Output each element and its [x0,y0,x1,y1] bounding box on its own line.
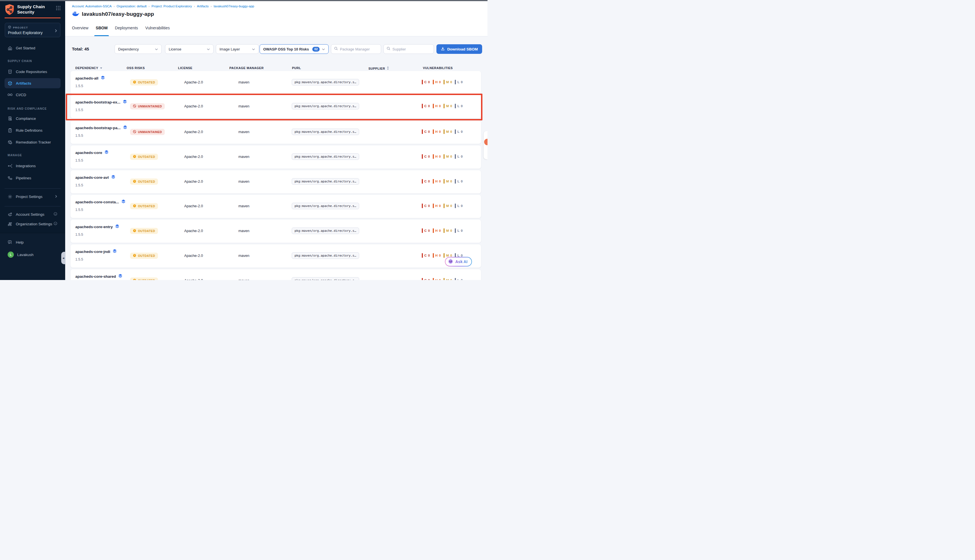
sidebar-item-label: Rule Definitions [16,128,43,133]
dependency-name: apacheds-all [75,76,99,80]
home-icon [8,46,12,50]
sidebar-item-compliance[interactable]: Compliance [5,113,61,123]
project-selector[interactable]: PROJECT Product Exploratory [5,23,60,37]
layers-icon[interactable] [123,100,127,105]
sidebar-item-account-settings[interactable]: Account Settings [5,209,61,219]
app-logo-row: Supply Chain Security [5,4,61,17]
vulnerability-counts: C0 H0 M0 L0 [422,80,462,84]
shield-logo-icon [5,4,15,17]
license-filter-dropdown[interactable]: License [165,44,214,54]
sidebar-item-label: Code Repositories [16,70,47,74]
layers-icon[interactable] [118,274,122,279]
dependency-name: apacheds-core-avl [75,175,109,180]
table-row[interactable]: apacheds-core-entry 1.5.5 OUTDATED Apach… [70,220,481,243]
right-edge-panel-tab[interactable] [484,131,488,159]
dependency-version: 1.5.5 [75,108,83,112]
table-row[interactable]: apacheds-core-jndi 1.5.5 OUTDATED Apache… [70,245,481,268]
sidebar-item-label: Project Settings [16,195,43,199]
download-sbom-button[interactable]: Download SBOM [436,44,482,54]
table-row[interactable]: apacheds-core-shared 1.5.5 OUTDATED Apac… [70,269,481,280]
dependency-name: apacheds-core-jndi [75,250,110,254]
purl-chip: pkg:maven/org.apache.directory.s… [292,252,359,259]
tab-vulnerabilities[interactable]: Vulnerabilities [145,20,170,36]
license-cell: Apache-2.0 [184,229,203,233]
supplier-search [383,44,434,54]
document-search-icon [8,116,12,121]
table-row[interactable]: apacheds-all 1.5.5 OUTDATED Apache-2.0 m… [70,71,481,94]
sidebar-item-project-settings[interactable]: Project Settings [5,192,61,202]
dependency-version: 1.5.5 [75,158,83,162]
table-row-highlighted[interactable]: apacheds-bootstrap-ex... 1.5.5 UNMAINTAI… [70,95,481,118]
purl-chip: pkg:maven/org.apache.directory.s… [292,103,359,109]
layers-icon[interactable] [111,175,115,180]
clock-icon [133,155,136,159]
column-header-dependency[interactable]: DEPENDENCY [75,66,102,70]
sidebar-item-integrations[interactable]: Integrations [5,161,61,171]
sidebar-user[interactable]: L Lavakush [5,250,61,260]
layers-icon[interactable] [123,125,127,130]
vulnerability-counts: C0 H0 M0 L0 [422,228,462,233]
ask-ai-button[interactable]: Ask AI [445,257,472,267]
table-row[interactable]: apacheds-core-consta... 1.5.5 OUTDATED A… [70,195,481,218]
breadcrumb: Account: Automation-SSCA › Organization:… [72,5,254,8]
total-value: 45 [84,47,89,51]
table-row[interactable]: apacheds-bootstrap-pa... 1.5.5 UNMAINTAI… [70,121,481,144]
chevron-down-icon [155,47,158,51]
sidebar-item-help[interactable]: ? Help [5,237,61,247]
oss-risk-badge: OUTDATED [130,178,158,185]
app-switcher-grid-icon[interactable] [56,6,61,12]
table-row[interactable]: apacheds-core-avl 1.5.5 OUTDATED Apache-… [70,170,481,193]
sidebar-item-code-repositories[interactable]: Code Repositories [5,67,61,77]
circle-slash-icon [133,104,136,108]
dependency-version: 1.5.5 [75,233,83,237]
layers-icon[interactable] [113,249,117,254]
breadcrumb-artifact-name[interactable]: lavakush07/easy-buggy-app [214,5,254,8]
purl-chip: pkg:maven/org.apache.directory.s… [292,203,359,209]
layers-icon[interactable] [104,150,109,155]
tab-sbom[interactable]: SBOM [96,20,107,36]
breadcrumb-project[interactable]: Project: Product Exploratory [152,5,192,8]
purl-chip: pkg:maven/org.apache.directory.s… [292,178,359,185]
sidebar-item-label: Help [16,240,24,245]
column-header-oss-risks: OSS RISKS [127,66,145,70]
oss-risk-badge: OUTDATED [130,277,158,280]
sidebar-item-cicd[interactable]: CI/CD [5,90,61,100]
sidebar-item-label: Integrations [16,164,36,168]
sidebar-collapse-handle[interactable]: ◀ [61,252,65,264]
breadcrumb-account[interactable]: Account: Automation-SSCA [72,5,112,8]
search-icon [387,47,391,52]
vulnerability-counts: C0 H0 M0 L0 [422,154,462,159]
sidebar-item-pipelines[interactable]: Pipelines [5,173,61,183]
package-manager-search-input[interactable] [340,47,378,51]
dependency-filter-dropdown[interactable]: Dependency [115,44,162,54]
layers-icon[interactable] [121,199,125,205]
chevron-down-icon [322,47,325,51]
clock-icon [133,80,136,84]
layers-icon[interactable] [115,224,119,229]
sidebar-item-label: Artifacts [16,81,31,85]
breadcrumb-organization[interactable]: Organization: default [117,5,147,8]
sidebar-item-remediation-tracker[interactable]: Remediation Tracker [5,137,61,147]
vulnerability-counts: C0 H0 M0 L0 [422,130,462,134]
sidebar-item-rule-definitions[interactable]: Rule Definitions [5,125,61,135]
image-layer-filter-dropdown[interactable]: Image Layer [216,44,259,54]
sidebar-item-get-started[interactable]: Get Started [5,43,61,53]
sidebar-item-artifacts[interactable]: Artifacts [5,78,61,88]
dependency-name: apacheds-bootstrap-pa... [75,126,121,130]
license-cell: Apache-2.0 [184,104,203,108]
tab-overview[interactable]: Overview [72,20,88,36]
sidebar-item-organization-settings[interactable]: Organization Settings [5,219,61,229]
owasp-risks-filter-dropdown[interactable]: OWASP OSS Top 10 Risks 02 [260,44,329,54]
layers-icon[interactable] [101,75,105,81]
column-header-supplier[interactable]: SUPPLIER [369,66,389,70]
supplier-search-input[interactable] [392,47,431,51]
gear-icon [8,194,12,199]
layers-gear-icon [8,212,12,217]
circle-slash-icon [133,130,136,134]
package-manager-cell: maven [239,104,249,108]
breadcrumb-artifacts[interactable]: Artifacts [197,5,209,8]
vulnerability-counts: C0 H0 M0 L0 [422,179,462,183]
sidebar-item-label: Get Started [16,46,35,50]
table-row[interactable]: apacheds-core 1.5.5 OUTDATED Apache-2.0 … [70,145,481,168]
tab-deployments[interactable]: Deployments [115,20,138,36]
